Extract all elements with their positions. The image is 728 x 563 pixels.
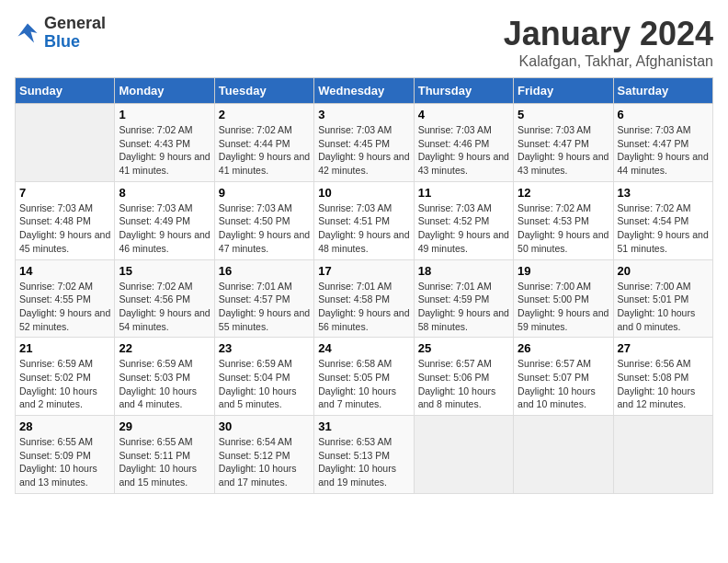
day-number: 22 xyxy=(119,341,210,355)
calendar-cell: 6Sunrise: 7:03 AMSunset: 4:47 PMDaylight… xyxy=(613,104,712,182)
day-info: Sunrise: 6:59 AMSunset: 5:02 PMDaylight:… xyxy=(19,357,110,411)
day-info: Sunrise: 6:57 AMSunset: 5:06 PMDaylight:… xyxy=(418,357,509,411)
day-number: 25 xyxy=(418,341,509,355)
calendar-cell: 11Sunrise: 7:03 AMSunset: 4:52 PMDayligh… xyxy=(414,181,513,259)
logo-text: General Blue xyxy=(44,15,106,52)
calendar-cell: 22Sunrise: 6:59 AMSunset: 5:03 PMDayligh… xyxy=(115,338,214,416)
day-info: Sunrise: 7:02 AMSunset: 4:54 PMDaylight:… xyxy=(618,201,709,256)
day-number: 31 xyxy=(318,419,409,433)
calendar-cell: 15Sunrise: 7:02 AMSunset: 4:56 PMDayligh… xyxy=(115,259,214,338)
calendar-week-row: 14Sunrise: 7:02 AMSunset: 4:55 PMDayligh… xyxy=(16,259,713,338)
day-number: 19 xyxy=(518,264,609,278)
calendar-cell: 10Sunrise: 7:03 AMSunset: 4:51 PMDayligh… xyxy=(314,181,414,259)
column-header-monday: Monday xyxy=(115,78,214,104)
day-info: Sunrise: 7:00 AMSunset: 5:01 PMDaylight:… xyxy=(618,280,709,334)
day-number: 7 xyxy=(19,186,110,200)
day-number: 20 xyxy=(618,264,709,278)
calendar-cell: 17Sunrise: 7:01 AMSunset: 4:58 PMDayligh… xyxy=(314,259,414,338)
day-info: Sunrise: 6:55 AMSunset: 5:11 PMDaylight:… xyxy=(119,435,210,489)
day-number: 2 xyxy=(219,108,310,121)
calendar-cell xyxy=(16,104,115,182)
day-info: Sunrise: 6:59 AMSunset: 5:03 PMDaylight:… xyxy=(119,357,210,411)
calendar-cell xyxy=(414,416,513,494)
calendar-header-row: SundayMondayTuesdayWednesdayThursdayFrid… xyxy=(16,78,713,104)
calendar-week-row: 21Sunrise: 6:59 AMSunset: 5:02 PMDayligh… xyxy=(16,338,713,416)
day-number: 29 xyxy=(119,419,210,433)
day-number: 17 xyxy=(318,264,409,278)
day-number: 4 xyxy=(418,108,509,121)
calendar-cell: 1Sunrise: 7:02 AMSunset: 4:43 PMDaylight… xyxy=(115,104,214,182)
day-info: Sunrise: 7:02 AMSunset: 4:53 PMDaylight:… xyxy=(518,201,609,256)
day-number: 21 xyxy=(19,341,110,355)
day-number: 8 xyxy=(119,186,210,200)
calendar-cell: 28Sunrise: 6:55 AMSunset: 5:09 PMDayligh… xyxy=(16,416,115,494)
calendar-week-row: 1Sunrise: 7:02 AMSunset: 4:43 PMDaylight… xyxy=(16,104,713,182)
day-number: 24 xyxy=(318,341,409,355)
day-number: 28 xyxy=(19,419,110,433)
day-number: 15 xyxy=(119,264,210,278)
calendar-cell: 20Sunrise: 7:00 AMSunset: 5:01 PMDayligh… xyxy=(613,259,712,338)
day-number: 11 xyxy=(418,186,509,200)
day-info: Sunrise: 7:03 AMSunset: 4:50 PMDaylight:… xyxy=(219,201,310,256)
day-info: Sunrise: 7:03 AMSunset: 4:48 PMDaylight:… xyxy=(19,201,110,256)
day-info: Sunrise: 7:01 AMSunset: 4:59 PMDaylight:… xyxy=(418,280,509,334)
main-title: January 2024 xyxy=(504,15,713,53)
title-block: January 2024 Kalafgan, Takhar, Afghanist… xyxy=(504,15,713,70)
calendar-cell xyxy=(514,416,613,494)
calendar-cell: 26Sunrise: 6:57 AMSunset: 5:07 PMDayligh… xyxy=(514,338,613,416)
day-info: Sunrise: 6:58 AMSunset: 5:05 PMDaylight:… xyxy=(318,357,409,411)
day-info: Sunrise: 7:02 AMSunset: 4:43 PMDaylight:… xyxy=(119,123,210,178)
day-info: Sunrise: 7:02 AMSunset: 4:44 PMDaylight:… xyxy=(219,123,310,178)
day-info: Sunrise: 7:03 AMSunset: 4:46 PMDaylight:… xyxy=(418,123,509,178)
calendar-cell: 18Sunrise: 7:01 AMSunset: 4:59 PMDayligh… xyxy=(414,259,513,338)
calendar-cell: 30Sunrise: 6:54 AMSunset: 5:12 PMDayligh… xyxy=(214,416,313,494)
column-header-tuesday: Tuesday xyxy=(214,78,313,104)
day-info: Sunrise: 7:03 AMSunset: 4:47 PMDaylight:… xyxy=(618,123,709,178)
column-header-thursday: Thursday xyxy=(414,78,513,104)
column-header-wednesday: Wednesday xyxy=(314,78,414,104)
calendar-cell: 16Sunrise: 7:01 AMSunset: 4:57 PMDayligh… xyxy=(214,259,313,338)
column-header-friday: Friday xyxy=(514,78,613,104)
calendar-cell: 29Sunrise: 6:55 AMSunset: 5:11 PMDayligh… xyxy=(115,416,214,494)
day-info: Sunrise: 7:02 AMSunset: 4:56 PMDaylight:… xyxy=(119,280,210,334)
day-info: Sunrise: 7:03 AMSunset: 4:49 PMDaylight:… xyxy=(119,201,210,256)
day-info: Sunrise: 6:55 AMSunset: 5:09 PMDaylight:… xyxy=(19,435,110,489)
day-info: Sunrise: 7:02 AMSunset: 4:55 PMDaylight:… xyxy=(19,280,110,334)
day-number: 23 xyxy=(219,341,310,355)
day-info: Sunrise: 6:57 AMSunset: 5:07 PMDaylight:… xyxy=(518,357,609,411)
day-info: Sunrise: 6:53 AMSunset: 5:13 PMDaylight:… xyxy=(318,435,409,489)
day-number: 5 xyxy=(518,108,609,121)
calendar-cell: 31Sunrise: 6:53 AMSunset: 5:13 PMDayligh… xyxy=(314,416,414,494)
sub-title: Kalafgan, Takhar, Afghanistan xyxy=(504,53,713,70)
logo: General Blue xyxy=(15,15,106,52)
column-header-sunday: Sunday xyxy=(16,78,115,104)
day-info: Sunrise: 6:59 AMSunset: 5:04 PMDaylight:… xyxy=(219,357,310,411)
calendar-cell: 3Sunrise: 7:03 AMSunset: 4:45 PMDaylight… xyxy=(314,104,414,182)
calendar-cell: 2Sunrise: 7:02 AMSunset: 4:44 PMDaylight… xyxy=(214,104,313,182)
calendar-cell: 13Sunrise: 7:02 AMSunset: 4:54 PMDayligh… xyxy=(613,181,712,259)
day-info: Sunrise: 7:01 AMSunset: 4:58 PMDaylight:… xyxy=(318,280,409,334)
calendar-cell: 23Sunrise: 6:59 AMSunset: 5:04 PMDayligh… xyxy=(214,338,313,416)
calendar-cell: 14Sunrise: 7:02 AMSunset: 4:55 PMDayligh… xyxy=(16,259,115,338)
day-info: Sunrise: 7:01 AMSunset: 4:57 PMDaylight:… xyxy=(219,280,310,334)
day-info: Sunrise: 7:03 AMSunset: 4:47 PMDaylight:… xyxy=(518,123,609,178)
day-number: 14 xyxy=(19,264,110,278)
day-number: 12 xyxy=(518,186,609,200)
calendar-cell: 8Sunrise: 7:03 AMSunset: 4:49 PMDaylight… xyxy=(115,181,214,259)
day-info: Sunrise: 7:03 AMSunset: 4:51 PMDaylight:… xyxy=(318,201,409,256)
day-info: Sunrise: 7:00 AMSunset: 5:00 PMDaylight:… xyxy=(518,280,609,334)
calendar-cell: 24Sunrise: 6:58 AMSunset: 5:05 PMDayligh… xyxy=(314,338,414,416)
svg-marker-0 xyxy=(18,23,38,42)
calendar-table: SundayMondayTuesdayWednesdayThursdayFrid… xyxy=(15,77,713,494)
calendar-week-row: 7Sunrise: 7:03 AMSunset: 4:48 PMDaylight… xyxy=(16,181,713,259)
day-number: 3 xyxy=(318,108,409,121)
logo-blue: Blue xyxy=(44,33,106,52)
calendar-cell: 9Sunrise: 7:03 AMSunset: 4:50 PMDaylight… xyxy=(214,181,313,259)
column-header-saturday: Saturday xyxy=(613,78,712,104)
day-info: Sunrise: 7:03 AMSunset: 4:52 PMDaylight:… xyxy=(418,201,509,256)
calendar-cell: 21Sunrise: 6:59 AMSunset: 5:02 PMDayligh… xyxy=(16,338,115,416)
day-number: 26 xyxy=(518,341,609,355)
calendar-cell: 7Sunrise: 7:03 AMSunset: 4:48 PMDaylight… xyxy=(16,181,115,259)
day-number: 9 xyxy=(219,186,310,200)
calendar-cell: 25Sunrise: 6:57 AMSunset: 5:06 PMDayligh… xyxy=(414,338,513,416)
